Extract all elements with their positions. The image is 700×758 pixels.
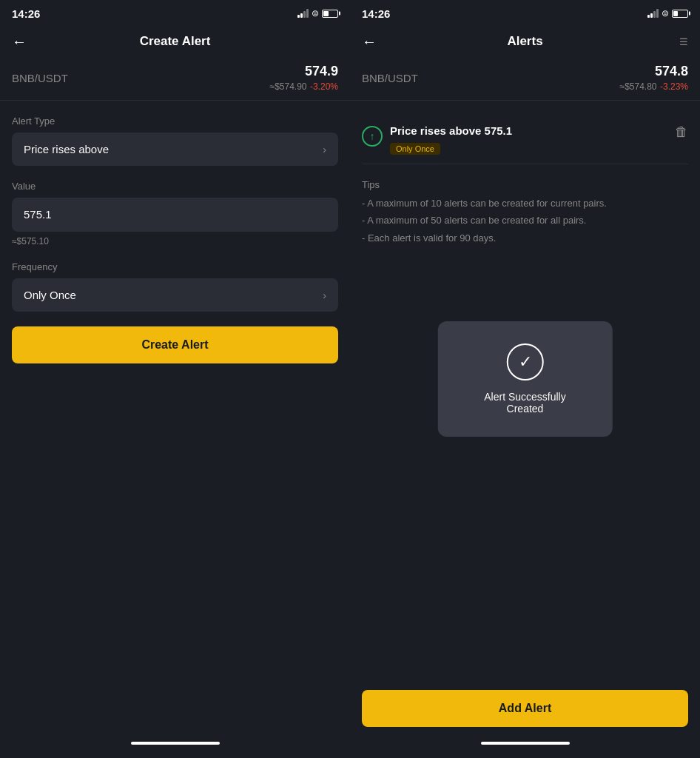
tips-item-3: - Each alert is valid for 90 days. bbox=[362, 229, 688, 246]
only-once-badge: Only Once bbox=[390, 143, 440, 155]
alert-type-label: Alert Type bbox=[12, 115, 338, 127]
left-back-button[interactable]: ← bbox=[12, 33, 27, 50]
right-ticker-price: 574.8 bbox=[620, 64, 688, 79]
value-hint: ≈$575.10 bbox=[12, 236, 338, 246]
right-ticker-pair: BNB/USDT bbox=[362, 72, 418, 84]
left-status-bar: 14:26 ⊜ bbox=[0, 0, 350, 27]
tips-section: Tips - A maximum of 10 alerts can be cre… bbox=[362, 179, 688, 246]
right-status-icons: ⊜ bbox=[647, 8, 688, 19]
alert-item-title: Price rises above 575.1 bbox=[390, 124, 512, 137]
battery-icon bbox=[322, 10, 338, 18]
value-input[interactable] bbox=[24, 208, 326, 221]
success-circle-icon: ✓ bbox=[507, 343, 544, 380]
alert-up-icon: ↑ bbox=[362, 126, 383, 147]
left-home-indicator bbox=[131, 742, 220, 745]
left-ticker: BNB/USDT 574.9 ≈$574.90 -3.20% bbox=[0, 56, 350, 101]
right-ticker-sub: ≈$574.80 -3.23% bbox=[620, 79, 688, 93]
alert-type-select[interactable]: Price rises above › bbox=[12, 133, 338, 166]
right-home-indicator bbox=[481, 742, 570, 745]
left-ticker-price-area: 574.9 ≈$574.90 -3.20% bbox=[270, 64, 338, 93]
left-ticker-price: 574.9 bbox=[270, 64, 338, 79]
alert-type-chevron: › bbox=[323, 144, 326, 155]
tips-title: Tips bbox=[362, 179, 688, 190]
frequency-chevron: › bbox=[323, 289, 326, 301]
left-ticker-pair: BNB/USDT bbox=[12, 72, 68, 84]
right-nav-header: ← Alerts ☰ bbox=[350, 27, 700, 56]
wifi-icon: ⊜ bbox=[312, 8, 319, 19]
left-time: 14:26 bbox=[12, 7, 40, 20]
right-ticker: BNB/USDT 574.8 ≈$574.80 -3.23% bbox=[350, 56, 700, 101]
frequency-label: Frequency bbox=[12, 261, 338, 272]
right-panel: 14:26 ⊜ ← Alerts ☰ BNB/USDT 574.8 ≈$5 bbox=[350, 0, 700, 758]
alert-item-info: Price rises above 575.1 Only Once bbox=[390, 124, 512, 155]
right-wifi-icon: ⊜ bbox=[662, 8, 669, 19]
right-time: 14:26 bbox=[362, 7, 390, 20]
left-panel: 14:26 ⊜ ← Create Alert BNB/USDT 574.9 ≈$… bbox=[0, 0, 350, 758]
left-content: Alert Type Price rises above › Value ≈$5… bbox=[0, 101, 350, 742]
right-status-bar: 14:26 ⊜ bbox=[350, 0, 700, 27]
success-toast: ✓ Alert Successfully Created bbox=[437, 321, 613, 437]
alert-type-value: Price rises above bbox=[24, 143, 109, 155]
value-label: Value bbox=[12, 181, 338, 192]
left-nav-header: ← Create Alert bbox=[0, 27, 350, 56]
add-alert-button[interactable]: Add Alert bbox=[362, 690, 688, 727]
checkmark-icon: ✓ bbox=[519, 352, 532, 372]
right-bottom-bar bbox=[350, 742, 700, 758]
tips-item-1: - A maximum of 10 alerts can be created … bbox=[362, 195, 688, 212]
alert-list-item: ↑ Price rises above 575.1 Only Once 🗑 bbox=[362, 115, 688, 164]
frequency-select[interactable]: Only Once › bbox=[12, 278, 338, 312]
right-page-title: Alerts bbox=[507, 34, 542, 49]
left-bottom-bar bbox=[0, 742, 350, 758]
delete-alert-button[interactable]: 🗑 bbox=[675, 124, 688, 140]
alert-item-left: ↑ Price rises above 575.1 Only Once bbox=[362, 124, 512, 155]
right-battery-icon bbox=[672, 10, 688, 18]
frequency-value: Only Once bbox=[24, 289, 76, 301]
create-alert-button[interactable]: Create Alert bbox=[12, 326, 338, 363]
right-signal-icon bbox=[647, 9, 659, 18]
bottom-actions: Add Alert bbox=[350, 690, 700, 758]
right-menu-button[interactable]: ☰ bbox=[679, 36, 688, 47]
value-input-wrapper[interactable] bbox=[12, 198, 338, 232]
left-page-title: Create Alert bbox=[140, 34, 211, 49]
tips-item-2: - A maximum of 50 alerts can be created … bbox=[362, 212, 688, 229]
signal-icon bbox=[297, 9, 309, 18]
right-back-button[interactable]: ← bbox=[362, 33, 377, 50]
right-ticker-price-area: 574.8 ≈$574.80 -3.23% bbox=[620, 64, 688, 93]
success-message: Alert Successfully Created bbox=[467, 391, 583, 415]
left-status-icons: ⊜ bbox=[297, 8, 338, 19]
left-ticker-sub: ≈$574.90 -3.20% bbox=[270, 79, 338, 93]
